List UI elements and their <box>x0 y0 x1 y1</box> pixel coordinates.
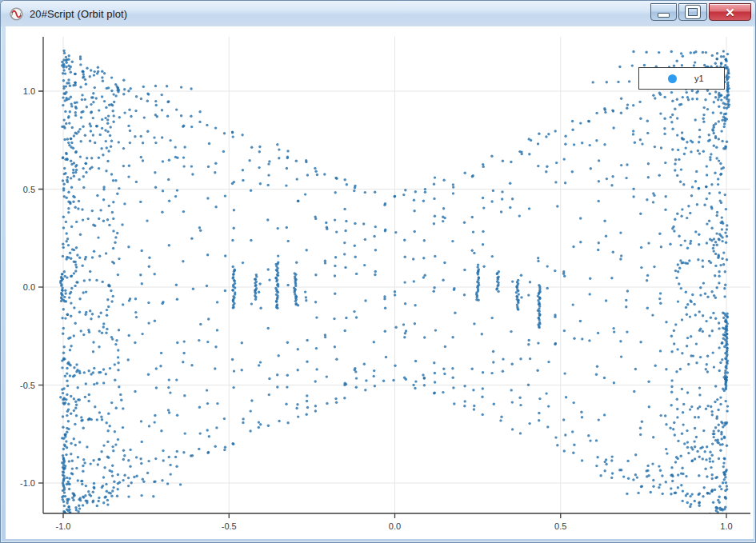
app-icon <box>10 7 23 21</box>
grid-lines <box>43 37 750 513</box>
minimize-button[interactable] <box>650 3 677 21</box>
x-tick-label: -0.5 <box>222 521 237 531</box>
x-tick-label: 0.0 <box>389 521 401 531</box>
y-tick-label: -1.0 <box>20 478 35 488</box>
x-tick-label: 1.0 <box>720 521 732 531</box>
app-window: 20#Script (Orbit plot) ✕ -1.0-0.50.00.51… <box>0 0 756 543</box>
legend[interactable]: y1 <box>638 67 725 90</box>
y-tick-label: -0.5 <box>20 381 35 390</box>
x-tick-label: -1.0 <box>56 521 71 531</box>
plot-canvas[interactable]: -1.0-0.50.00.51.01.00.50.0-0.5-1.0 <box>6 26 754 539</box>
legend-marker-icon <box>668 74 677 83</box>
y-tick-label: 0.5 <box>23 185 35 194</box>
x-tick-label: 0.5 <box>554 521 566 531</box>
close-button[interactable]: ✕ <box>709 3 751 21</box>
window-title: 20#Script (Orbit plot) <box>30 8 127 20</box>
maximize-button[interactable] <box>678 3 707 21</box>
y-tick-label: 1.0 <box>23 86 35 96</box>
plot-area: -1.0-0.50.00.51.01.00.50.0-0.5-1.0 y1 <box>6 26 754 539</box>
title-bar[interactable]: 20#Script (Orbit plot) <box>1 1 755 26</box>
minimize-icon <box>658 13 670 18</box>
tick-labels: -1.0-0.50.00.51.01.00.50.0-0.5-1.0 <box>20 86 733 531</box>
y-tick-label: 0.0 <box>23 282 35 292</box>
maximize-icon <box>686 6 700 18</box>
close-icon: ✕ <box>725 6 735 18</box>
legend-label: y1 <box>694 74 704 83</box>
